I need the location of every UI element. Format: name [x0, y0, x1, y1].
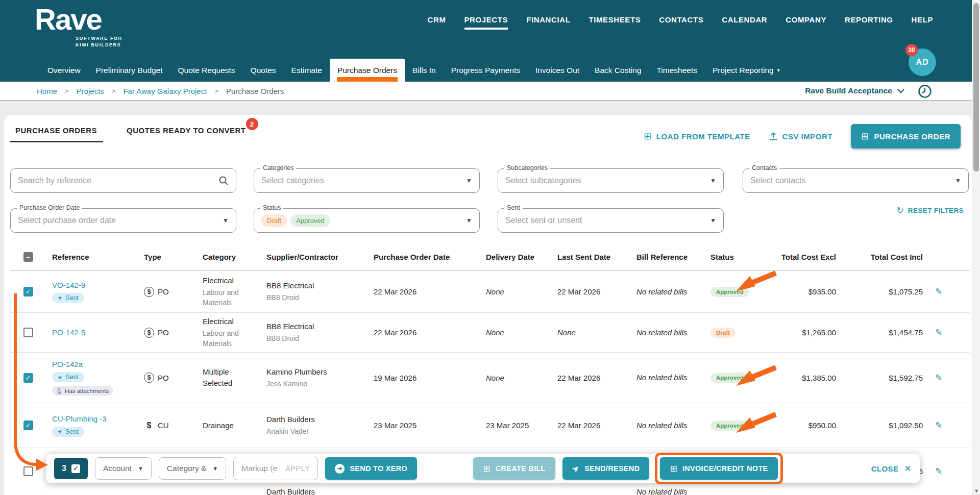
row-checkbox[interactable]: [23, 466, 33, 476]
po-date-cell: 23 Mar 2025: [368, 403, 480, 448]
tab-purchase-orders[interactable]: PURCHASE ORDERS: [15, 126, 97, 142]
top-nav-calendar[interactable]: CALENDAR: [722, 15, 767, 28]
project-nav-preliminary-budget[interactable]: Preliminary Budget: [88, 59, 170, 82]
sent-select[interactable]: Sent Select sent or unsent ▼: [498, 208, 724, 233]
table-row: PO-142-5$POElectricalLabour and Material…: [10, 313, 970, 353]
row-checkbox[interactable]: [23, 328, 33, 337]
project-nav-progress-payments[interactable]: Progress Payments: [444, 59, 528, 82]
scrollbar[interactable]: ▼: [972, 0, 980, 495]
csv-import-button[interactable]: CSV IMPORT: [769, 132, 832, 141]
edit-pencil-icon[interactable]: ✎: [935, 373, 942, 383]
categories-select[interactable]: Categories Select categories ▼: [254, 168, 480, 193]
tab-quotes-ready-to-convert[interactable]: QUOTES READY TO CONVERT2: [127, 126, 246, 142]
reference-link[interactable]: PO-142a: [52, 360, 83, 368]
top-nav-company[interactable]: COMPANY: [786, 15, 826, 28]
last-sent-date-cell: 22 Mar 2026: [551, 271, 630, 313]
category-sub: Labour and Materials: [203, 287, 254, 308]
total-cost-incl-cell: $1,092.50: [842, 403, 929, 448]
col-header-purchase-order-date: Purchase Order Date: [368, 243, 480, 271]
send-resend-button[interactable]: ➤ SEND/RESEND: [562, 457, 650, 480]
project-nav-bills-in[interactable]: Bills In: [405, 59, 444, 82]
edit-pencil-icon[interactable]: ✎: [935, 466, 942, 476]
purchase-order-button[interactable]: ⊞ PURCHASE ORDER: [851, 124, 961, 148]
reference-cell: CU-Plumbing -3➤Sent: [46, 403, 138, 448]
subcategories-select[interactable]: Subcategories Select subcategories ▼: [498, 168, 724, 193]
reference-link[interactable]: VO-142-9: [52, 281, 85, 289]
project-nav-quote-requests[interactable]: Quote Requests: [170, 59, 243, 82]
plus-square-icon: ⊞: [861, 131, 869, 142]
project-nav-estimate[interactable]: Estimate: [284, 59, 330, 82]
status-select[interactable]: Status DraftApproved ▼: [254, 208, 480, 233]
markup-input[interactable]: Markup (e APPLY: [233, 457, 318, 480]
categories-label: Categories: [260, 164, 296, 171]
po-date-select[interactable]: Purchase Order Date Select purchase orde…: [10, 208, 236, 233]
close-action-bar-button[interactable]: CLOSE ✕: [871, 463, 912, 474]
project-nav-overview[interactable]: Overview: [40, 59, 88, 82]
caret-down-icon: ▼: [710, 217, 716, 224]
rave-logo[interactable]: Rave SOFTWARE FOR KIWI BUILDERS: [35, 4, 122, 49]
search-input[interactable]: Search by reference: [10, 168, 236, 193]
project-nav-label: Project Reporting: [713, 66, 774, 75]
project-nav-label: Purchase Orders: [337, 66, 397, 75]
create-bill-button[interactable]: ⊞ CREATE BILL: [473, 457, 555, 480]
project-nav-purchase-orders[interactable]: Purchase Orders: [330, 59, 405, 82]
bill-reference-value: No related bills: [636, 286, 698, 298]
breadcrumb-projects[interactable]: Projects: [77, 87, 104, 95]
project-nav-project-reporting[interactable]: Project Reporting▾: [705, 59, 788, 82]
account-dropdown[interactable]: Account ▼: [95, 457, 152, 480]
annotation-highlight-box: ⊞ INVOICE/CREDIT NOTE: [655, 453, 782, 484]
total-cost-excl-cell: $950.00: [773, 403, 842, 448]
breadcrumb-far-away-galaxy-project[interactable]: Far Away Galaxy Project: [123, 87, 207, 95]
caret-down-icon: ▼: [466, 217, 472, 224]
contacts-label: Contacts: [749, 164, 779, 171]
project-nav-quotes[interactable]: Quotes: [243, 59, 284, 82]
reference-link[interactable]: CU-Plumbing -3: [52, 414, 107, 423]
contacts-select[interactable]: Contacts Select contacts ▼: [743, 168, 969, 193]
supplier-name: Darth Builders: [266, 486, 361, 495]
breadcrumb-separator: >: [112, 87, 116, 95]
supplier-cell: Kamino PlumbersJess Kamino: [260, 353, 368, 403]
status-filter-chip-draft: Draft: [261, 214, 287, 227]
tab-label: PURCHASE ORDERS: [15, 126, 97, 135]
reference-link[interactable]: PO-142-5: [52, 328, 85, 337]
top-nav-projects[interactable]: PROJECTS: [464, 15, 508, 30]
project-nav-invoices-out[interactable]: Invoices Out: [528, 59, 587, 82]
breadcrumb-separator: >: [65, 87, 69, 95]
select-all-checkbox[interactable]: –: [23, 252, 33, 262]
top-nav-financial[interactable]: FINANCIAL: [526, 15, 570, 28]
top-nav-timesheets[interactable]: TIMESHEETS: [589, 15, 641, 28]
project-nav-timesheets[interactable]: Timesheets: [649, 59, 705, 82]
scrollbar-thumb[interactable]: [973, 3, 979, 171]
edit-pencil-icon[interactable]: ✎: [935, 420, 942, 430]
row-checkbox[interactable]: ✓: [23, 373, 33, 383]
category-dropdown[interactable]: Category & ▼: [159, 457, 226, 480]
edit-pencil-icon[interactable]: ✎: [935, 287, 942, 296]
notification-badge[interactable]: 30: [905, 44, 918, 56]
invoice-credit-note-button[interactable]: ⊞ INVOICE/CREDIT NOTE: [660, 457, 777, 480]
supplier-name: Darth Builders: [266, 414, 361, 425]
top-nav-crm[interactable]: CRM: [428, 15, 446, 28]
project-nav-label: Estimate: [291, 66, 322, 75]
top-nav-reporting[interactable]: REPORTING: [845, 15, 893, 28]
top-nav-help[interactable]: HELP: [912, 15, 933, 28]
status-cell: Draft: [704, 313, 773, 353]
checkbox-icon: ✓: [71, 464, 80, 473]
breadcrumb-home[interactable]: Home: [37, 87, 57, 95]
project-nav-back-costing[interactable]: Back Costing: [587, 59, 649, 82]
project-nav-label: Timesheets: [656, 66, 697, 75]
scrollbar-down-arrow[interactable]: ▼: [972, 488, 980, 493]
load-from-template-button[interactable]: ⊞ LOAD FROM TEMPLATE: [644, 131, 750, 142]
col-header-edit: [929, 243, 970, 271]
top-nav-contacts[interactable]: CONTACTS: [659, 15, 703, 28]
company-switcher[interactable]: Rave Build Acceptance: [805, 82, 904, 100]
selected-count-button[interactable]: 3 ✓: [54, 458, 88, 479]
row-checkbox[interactable]: ✓: [23, 420, 33, 430]
history-clock-icon[interactable]: [918, 84, 932, 98]
apply-button[interactable]: APPLY: [285, 464, 310, 473]
send-to-xero-button[interactable]: ➜ SEND TO XERO: [325, 457, 417, 480]
status-cell: Approved: [704, 271, 773, 313]
reference-cell: PO-142a➤SentHas attachments: [46, 353, 138, 403]
edit-pencil-icon[interactable]: ✎: [935, 328, 942, 337]
reset-filters-button[interactable]: ↻ RESET FILTERS: [896, 205, 964, 216]
row-checkbox[interactable]: ✓: [23, 287, 33, 296]
